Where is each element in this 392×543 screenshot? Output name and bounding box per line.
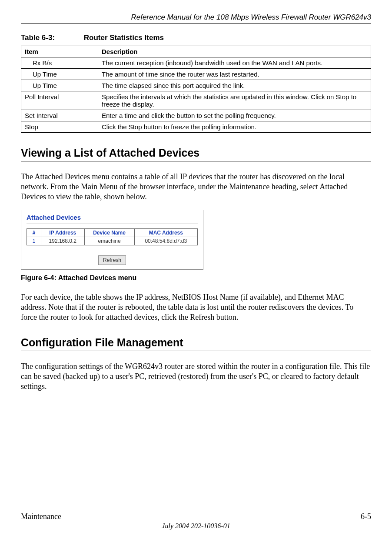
document-header: Reference Manual for the 108 Mbps Wirele… <box>21 13 371 24</box>
table-row: Poll Interval Specifies the intervals at… <box>21 91 371 110</box>
section-heading-config-file: Configuration File Management <box>21 336 371 351</box>
cell-index: 1 <box>27 237 41 245</box>
table-row: Stop Click the Stop button to freeze the… <box>21 121 371 133</box>
cell-mac: 00:48:54:8d:d7:d3 <box>134 237 197 245</box>
desc-cell: The time elapsed since this port acquire… <box>98 80 371 91</box>
item-cell: Rx B/s <box>21 57 98 69</box>
section-paragraph: The Attached Devices menu contains a tab… <box>21 172 371 202</box>
desc-cell: Enter a time and click the button to set… <box>98 110 371 121</box>
item-cell: Up Time <box>21 69 98 80</box>
figure-caption: Figure 6-4: Attached Devices menu <box>21 274 371 282</box>
desc-cell: Specifies the intervals at which the sta… <box>98 91 371 110</box>
router-statistics-table: Item Description Rx B/s The current rece… <box>21 46 371 133</box>
item-cell: Stop <box>21 121 98 133</box>
item-cell: Set Interval <box>21 110 98 121</box>
desc-cell: The amount of time since the router was … <box>98 69 371 80</box>
attached-devices-table: # IP Address Device Name MAC Address 1 1… <box>27 228 198 245</box>
cell-ip: 192.168.0.2 <box>41 237 85 245</box>
column-header-item: Item <box>21 46 98 57</box>
item-cell: Poll Interval <box>21 91 98 110</box>
col-devname: Device Name <box>84 229 134 237</box>
table-row: Up Time The time elapsed since this port… <box>21 80 371 91</box>
col-hash: # <box>27 229 41 237</box>
panel-title: Attached Devices <box>27 214 198 221</box>
table-row: Set Interval Enter a time and click the … <box>21 110 371 121</box>
attached-devices-panel: Attached Devices # IP Address Device Nam… <box>21 210 203 270</box>
refresh-button[interactable]: Refresh <box>98 255 126 265</box>
table-row: 1 192.168.0.2 emachine 00:48:54:8d:d7:d3 <box>27 237 198 245</box>
table-caption: Table 6-3: Router Statistics Items <box>21 34 371 42</box>
desc-cell: The current reception (inbound) bandwidt… <box>98 57 371 69</box>
section-paragraph: For each device, the table shows the IP … <box>21 292 371 322</box>
table-row: Rx B/s The current reception (inbound) b… <box>21 57 371 69</box>
item-cell: Up Time <box>21 80 98 91</box>
table-number: Table 6-3: <box>21 34 82 42</box>
section-heading-attached-devices: Viewing a List of Attached Devices <box>21 147 371 161</box>
cell-devname: emachine <box>84 237 134 245</box>
divider <box>27 250 198 250</box>
section-paragraph: The configuration settings of the WGR624… <box>21 362 371 392</box>
divider <box>27 224 198 224</box>
page-number: 6-5 <box>361 512 371 521</box>
col-ip: IP Address <box>41 229 85 237</box>
page-footer: Maintenance 6-5 July 2004 202-10036-01 <box>21 511 371 530</box>
column-header-description: Description <box>98 46 371 57</box>
table-title: Router Statistics Items <box>84 34 164 42</box>
footer-section: Maintenance <box>21 512 61 521</box>
footer-date: July 2004 202-10036-01 <box>21 522 371 530</box>
desc-cell: Click the Stop button to freeze the poll… <box>98 121 371 133</box>
col-mac: MAC Address <box>134 229 197 237</box>
table-row: Up Time The amount of time since the rou… <box>21 69 371 80</box>
